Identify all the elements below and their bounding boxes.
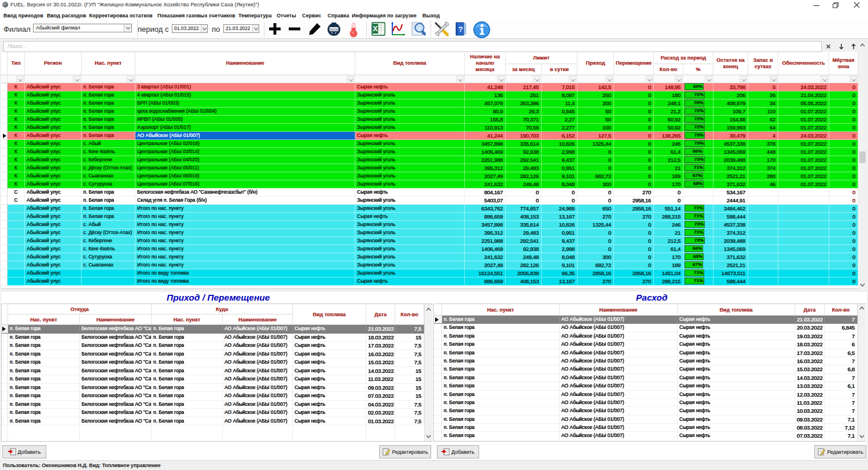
svg-text:00000: 00000	[329, 28, 339, 31]
svg-text:?: ?	[458, 25, 463, 34]
svg-text:X: X	[373, 25, 377, 33]
